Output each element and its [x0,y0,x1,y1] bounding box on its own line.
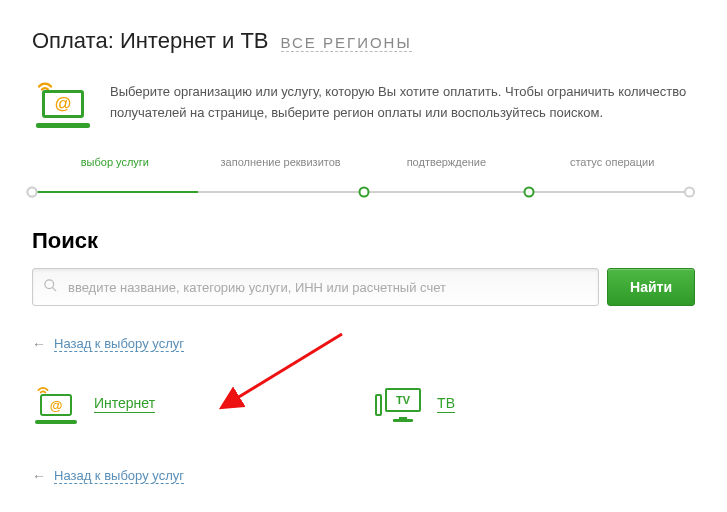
search-icon [43,278,58,297]
internet-laptop-icon: @ [32,78,94,128]
category-label: ТВ [437,395,455,413]
tv-icon: TV [375,386,423,422]
intro-text: Выберите организацию или услугу, которую… [110,78,695,124]
svg-line-2 [224,334,342,406]
step-status: статус операции [529,156,695,176]
page-title-row: Оплата: Интернет и ТВ ВСЕ РЕГИОНЫ [32,28,695,54]
category-list: @ Интернет TV ТВ [32,384,695,424]
category-label: Интернет [94,395,155,413]
find-button[interactable]: Найти [607,268,695,306]
step-dot [524,187,535,198]
back-link-label: Назад к выбору услуг [54,336,184,352]
page-title: Оплата: Интернет и ТВ [32,28,269,54]
internet-laptop-icon: @ [32,384,80,424]
progress-stepper-labels: выбор услуги заполнение реквизитов подтв… [32,156,695,176]
svg-line-1 [52,287,56,291]
arrow-left-icon: ← [32,336,46,352]
svg-point-0 [45,279,54,288]
search-heading: Поиск [32,228,695,254]
step-fill-details: заполнение реквизитов [198,156,364,176]
category-internet[interactable]: @ Интернет [32,384,155,424]
back-link-top[interactable]: ← Назад к выбору услуг [32,336,184,352]
step-select-service: выбор услуги [32,156,198,176]
search-box[interactable] [32,268,599,306]
progress-stepper-track [32,184,695,200]
category-tv[interactable]: TV ТВ [375,384,455,424]
step-confirm: подтверждение [364,156,530,176]
region-selector-link[interactable]: ВСЕ РЕГИОНЫ [281,34,412,52]
annotation-arrow-icon [212,328,352,418]
search-row: Найти [32,268,695,306]
back-link-label: Назад к выбору услуг [54,468,184,484]
step-dot [684,187,695,198]
search-input[interactable] [66,279,588,296]
step-dot [358,187,369,198]
at-sign-icon: @ [55,94,72,114]
step-dot [27,187,38,198]
intro-block: @ Выберите организацию или услугу, котор… [32,78,695,128]
back-link-bottom[interactable]: ← Назад к выбору услуг [32,468,184,484]
arrow-left-icon: ← [32,468,46,484]
at-sign-icon: @ [50,398,63,413]
